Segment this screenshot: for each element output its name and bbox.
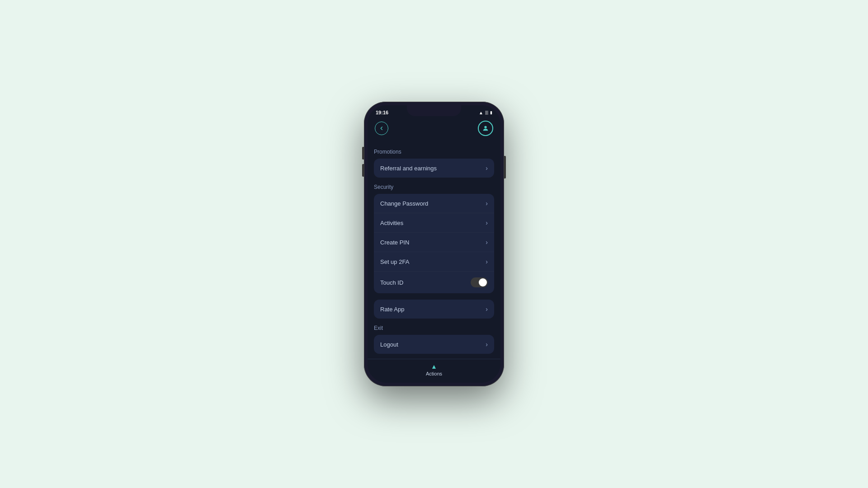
notch	[407, 105, 461, 116]
change-password-label: Change Password	[380, 200, 428, 207]
create-pin-label: Create PIN	[380, 239, 409, 246]
content-area: Promotions Referral and earnings › Secur…	[368, 141, 500, 359]
profile-button[interactable]	[478, 121, 493, 136]
section-security-label: Security	[374, 184, 494, 190]
change-password-chevron-icon: ›	[486, 200, 488, 207]
activities-label: Activities	[380, 220, 403, 226]
bottom-chevron-icon: ▲	[431, 363, 437, 370]
referral-item[interactable]: Referral and earnings ›	[374, 159, 494, 178]
section-promotions-label: Promotions	[374, 149, 494, 155]
header	[368, 117, 500, 141]
activities-item[interactable]: Activities ›	[374, 213, 494, 233]
setup-2fa-label: Set up 2FA	[380, 258, 409, 265]
status-time: 19:16	[376, 110, 388, 115]
back-arrow-icon	[378, 125, 385, 131]
volume-up-button	[362, 147, 364, 160]
back-button[interactable]	[375, 122, 388, 135]
person-icon	[482, 125, 489, 132]
svg-point-0	[484, 126, 486, 128]
rate-app-chevron-icon: ›	[486, 305, 488, 313]
signal-icon: |||	[485, 110, 488, 115]
section-exit-label: Exit	[374, 325, 494, 331]
create-pin-item[interactable]: Create PIN ›	[374, 233, 494, 252]
phone-screen: 19:16 ▲ ||| ▮ Promo	[368, 105, 500, 383]
rate-app-group: Rate App ›	[374, 300, 494, 319]
phone-frame: 19:16 ▲ ||| ▮ Promo	[364, 102, 504, 386]
logout-label: Logout	[380, 341, 398, 348]
touch-id-item[interactable]: Touch ID	[374, 272, 494, 293]
touch-id-toggle[interactable]	[471, 277, 488, 287]
power-button	[504, 156, 506, 178]
rate-app-item[interactable]: Rate App ›	[374, 300, 494, 319]
activities-chevron-icon: ›	[486, 219, 488, 226]
status-icons: ▲ ||| ▮	[479, 110, 492, 115]
wifi-icon: ▲	[479, 110, 483, 115]
setup-2fa-item[interactable]: Set up 2FA ›	[374, 252, 494, 272]
logout-item[interactable]: Logout ›	[374, 335, 494, 354]
logout-group: Logout ›	[374, 335, 494, 354]
referral-label: Referral and earnings	[380, 165, 437, 172]
status-bar: 19:16 ▲ ||| ▮	[368, 105, 500, 117]
bottom-bar-label: Actions	[426, 371, 442, 376]
logout-chevron-icon: ›	[486, 341, 488, 348]
volume-down-button	[362, 164, 364, 177]
toggle-knob	[479, 278, 487, 286]
create-pin-chevron-icon: ›	[486, 239, 488, 246]
change-password-item[interactable]: Change Password ›	[374, 194, 494, 213]
security-group: Change Password › Activities › Create PI…	[374, 194, 494, 293]
referral-chevron-icon: ›	[486, 164, 488, 172]
bottom-bar[interactable]: ▲ Actions	[368, 359, 500, 383]
touch-id-label: Touch ID	[380, 279, 403, 286]
setup-2fa-chevron-icon: ›	[486, 258, 488, 265]
battery-icon: ▮	[490, 110, 492, 115]
rate-app-label: Rate App	[380, 306, 405, 313]
promotions-group: Referral and earnings ›	[374, 159, 494, 178]
